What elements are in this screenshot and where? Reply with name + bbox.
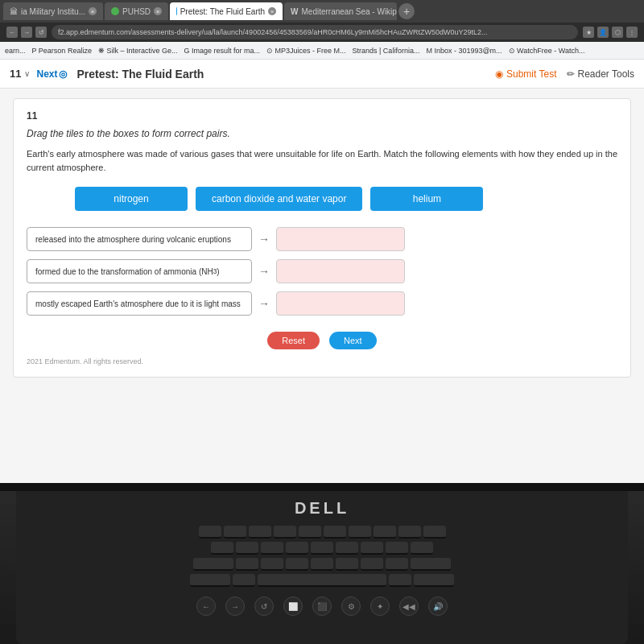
laptop-body: DELL — [0, 483, 644, 644]
key-z[interactable] — [236, 558, 258, 571]
taskbar-back[interactable]: ← — [196, 597, 216, 616]
toolbar-next-button[interactable]: Next ◎ — [36, 68, 67, 80]
bookmark-image[interactable]: G Image result for ma... — [184, 47, 260, 55]
key-s[interactable] — [236, 542, 258, 555]
key-a[interactable] — [211, 542, 233, 555]
drop-target-2[interactable] — [276, 259, 405, 283]
tiles-container: nitrogen carbon dioxide and water vapor … — [27, 187, 617, 211]
new-tab-button[interactable]: + — [398, 3, 415, 19]
key-arrow-keys[interactable] — [414, 574, 454, 587]
key-ctrl[interactable] — [190, 574, 230, 587]
reader-tools-button[interactable]: ✏ Reader Tools — [567, 68, 635, 80]
key-alt[interactable] — [389, 574, 411, 587]
bookmark-star-icon[interactable]: ★ — [583, 27, 594, 38]
key-t[interactable] — [299, 526, 321, 539]
drop-target-1[interactable] — [276, 227, 405, 251]
key-f[interactable] — [286, 542, 308, 555]
key-i[interactable] — [374, 526, 396, 539]
browser-tab-bar: 🏛 ia Military Institu... × PUHSD × Prete… — [0, 0, 644, 23]
tile-helium[interactable]: helium — [370, 187, 483, 211]
taskbar-keys: ← → ↺ ⬜ ⬛ ⚙ ✦ ◀◀ 🔊 — [24, 597, 620, 616]
key-m[interactable] — [386, 558, 408, 571]
bookmark-pearson[interactable]: P Pearson Realize — [32, 47, 92, 55]
key-n[interactable] — [361, 558, 383, 571]
tile-carbon-dioxide[interactable]: carbon dioxide and water vapor — [196, 187, 362, 211]
question-nav: 11 ∨ — [10, 68, 30, 80]
account-icon[interactable]: 👤 — [597, 27, 609, 38]
bookmark-mp3[interactable]: ⊙ MP3Juices - Free M... — [266, 47, 346, 55]
reload-icon[interactable]: ↺ — [35, 27, 47, 38]
bookmark-silk[interactable]: ❋ Silk – Interactive Ge... — [98, 47, 178, 55]
drop-label-2: formed due to the transformation of ammo… — [27, 259, 252, 283]
taskbar-recents[interactable]: ⬛ — [312, 597, 332, 616]
key-row-2 — [69, 542, 576, 555]
drop-row-1: released into the atmosphere during volc… — [27, 227, 617, 251]
drop-target-3[interactable] — [276, 291, 405, 316]
taskbar-volume[interactable]: 🔊 — [428, 597, 448, 616]
bookmark-inbox[interactable]: M Inbox - 301993@m... — [426, 47, 502, 55]
taskbar-home[interactable]: ⬜ — [283, 597, 303, 616]
tab-pretest[interactable]: Pretest: The Fluid Earth × — [170, 2, 283, 20]
taskbar-reload[interactable]: ↺ — [254, 597, 274, 616]
bookmark-inbox-label: M Inbox - 301993@m... — [426, 47, 502, 55]
key-u[interactable] — [349, 526, 371, 539]
reset-button[interactable]: Reset — [267, 332, 320, 349]
question-chevron-icon: ∨ — [24, 69, 30, 78]
tab-puhsd-close[interactable]: × — [154, 7, 162, 15]
key-w[interactable] — [224, 526, 246, 539]
taskbar-search[interactable]: ✦ — [370, 597, 390, 616]
key-y[interactable] — [324, 526, 346, 539]
bookmark-pearson-label: P Pearson Realize — [32, 47, 92, 55]
taskbar-forward[interactable]: → — [225, 597, 245, 616]
tab-military-close[interactable]: × — [89, 7, 97, 15]
key-d[interactable] — [261, 542, 283, 555]
tab-pretest-close[interactable]: × — [268, 7, 276, 15]
key-spacebar[interactable] — [258, 574, 386, 587]
key-q[interactable] — [199, 526, 221, 539]
address-bar: ← → ↺ f2.app.edmentum.com/assessments-de… — [0, 23, 644, 42]
tile-nitrogen[interactable]: nitrogen — [75, 187, 188, 211]
tab-wikipedia[interactable]: W Mediterranean Sea - Wikipedia × — [284, 2, 397, 20]
url-bar[interactable]: f2.app.edmentum.com/assessments-delivery… — [52, 25, 578, 39]
key-p[interactable] — [423, 526, 446, 539]
key-b[interactable] — [336, 558, 358, 571]
bookmark-watchfree[interactable]: ⊙ WatchFree - Watch... — [509, 47, 585, 55]
assessment-toolbar: 11 ∨ Next ◎ Pretest: The Fluid Earth ◉ S… — [0, 60, 644, 89]
submit-test-button[interactable]: ◉ Submit Test — [495, 68, 556, 80]
next-button[interactable]: Next — [329, 332, 377, 349]
question-card: 11 Drag the tiles to the boxes to form c… — [13, 98, 631, 378]
key-c[interactable] — [286, 558, 308, 571]
content-area: 11 Drag the tiles to the boxes to form c… — [0, 89, 644, 483]
next-icon: ◎ — [59, 68, 67, 80]
taskbar-settings[interactable]: ⚙ — [341, 597, 361, 616]
key-e[interactable] — [249, 526, 271, 539]
extension-icon[interactable]: ⬡ — [612, 27, 623, 38]
menu-icon[interactable]: ⋮ — [626, 27, 638, 38]
key-shift-left[interactable] — [193, 558, 233, 571]
next-label: Next — [36, 68, 57, 80]
tab-puhsd-label: PUHSD — [122, 7, 151, 16]
bookmark-image-label: G Image result for ma... — [184, 47, 260, 55]
key-row-4 — [69, 574, 576, 587]
submit-label: Submit Test — [506, 68, 556, 80]
question-instruction: Drag the tiles to the boxes to form corr… — [27, 128, 617, 139]
bookmark-strands[interactable]: Strands | California... — [353, 47, 420, 55]
bookmark-earn[interactable]: earn... — [5, 47, 26, 55]
key-r[interactable] — [274, 526, 296, 539]
key-j[interactable] — [361, 542, 383, 555]
key-l[interactable] — [411, 542, 433, 555]
key-fn[interactable] — [233, 574, 255, 587]
key-v[interactable] — [311, 558, 333, 571]
tab-pretest-label: Pretest: The Fluid Earth — [180, 7, 265, 16]
taskbar-media[interactable]: ◀◀ — [399, 597, 419, 616]
forward-icon[interactable]: → — [21, 27, 32, 38]
key-o[interactable] — [398, 526, 421, 539]
back-icon[interactable]: ← — [6, 27, 18, 38]
tab-puhsd[interactable]: PUHSD × — [105, 2, 168, 20]
key-h[interactable] — [336, 542, 358, 555]
key-shift-right[interactable] — [411, 558, 451, 571]
key-g[interactable] — [311, 542, 333, 555]
key-k[interactable] — [386, 542, 408, 555]
key-x[interactable] — [261, 558, 283, 571]
tab-military[interactable]: 🏛 ia Military Institu... × — [3, 2, 103, 20]
